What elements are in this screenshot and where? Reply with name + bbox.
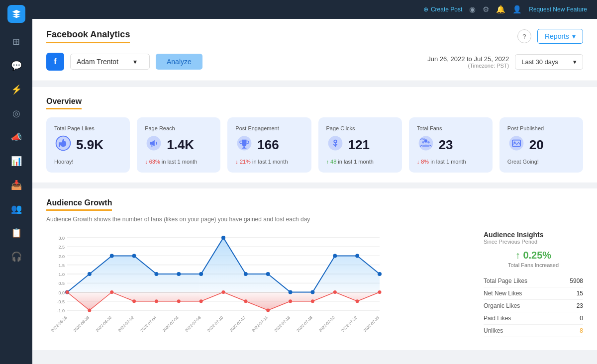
metric-footer: Great Going! — [507, 159, 575, 165]
facebook-badge: f — [46, 53, 64, 71]
timezone-text: (Timezone: PST) — [427, 63, 509, 69]
chart-point — [266, 309, 270, 312]
metric-icon — [417, 134, 435, 156]
metric-value-row: 1.4K — [145, 134, 212, 156]
metric-icon — [507, 134, 525, 156]
svg-point-9 — [424, 139, 427, 142]
reports-button[interactable]: Reports ▾ — [537, 29, 583, 44]
svg-rect-5 — [242, 148, 247, 149]
main-content: ⊕ Create Post ◉ ⚙ 🔔 👤 Request New Featur… — [32, 0, 597, 364]
svg-rect-4 — [244, 146, 246, 148]
metric-card-post-engagement: Post Engagement 166 ↓ 21% in last 1 mont… — [227, 117, 311, 173]
insights-row-value: 23 — [577, 302, 583, 309]
metric-value: 23 — [439, 137, 453, 153]
account-selector[interactable]: Adam Trentot ▾ — [70, 54, 150, 70]
account-name: Adam Trentot — [77, 58, 118, 66]
chart-point — [66, 290, 69, 294]
circle-icon[interactable]: ◉ — [469, 5, 476, 14]
svg-text:1.5: 1.5 — [58, 263, 65, 268]
insights-subtitle: Since Previous Period — [484, 239, 583, 245]
svg-text:2022-06-26: 2022-06-26 — [50, 315, 68, 333]
svg-text:3.0: 3.0 — [58, 236, 65, 241]
svg-point-8 — [418, 136, 433, 151]
metric-card-total-page-likes: Total Page Likes 5.9K Hooray! — [46, 117, 130, 173]
overview-title: Overview — [46, 97, 82, 109]
bell-icon[interactable]: 🔔 — [496, 5, 505, 14]
insights-rows: Total Page Likes5908Net New Likes15Organ… — [484, 275, 583, 337]
metric-value-row: 23 — [417, 134, 485, 156]
analyze-button[interactable]: Analyze — [156, 54, 202, 70]
sidebar-item-reports[interactable]: 📊 — [6, 151, 26, 171]
overview-section: Overview Total Page Likes 5.9K Hooray! P… — [32, 87, 597, 182]
metric-card-post-published: Post Published 20 Great Going! — [499, 117, 583, 173]
insights-row-label: Organic Likes — [484, 302, 520, 309]
chart-point — [199, 272, 203, 276]
sidebar-item-monitor[interactable]: ◎ — [6, 103, 26, 123]
request-feature-link[interactable]: Request New Feature — [529, 6, 587, 13]
create-post-button[interactable]: ⊕ Create Post — [423, 6, 462, 13]
insights-fans-label: Total Fans Increased — [484, 262, 583, 268]
insights-row-value: 15 — [577, 290, 583, 297]
chart-point — [132, 299, 136, 303]
chart-area: 3.0 2.5 2.0 1.5 1.0 0.5 0.0 -0.5 -1.0 20… — [46, 231, 474, 342]
sidebar-item-analytics[interactable]: ⚡ — [6, 80, 26, 99]
metric-label: Total Page Likes — [54, 125, 122, 131]
metric-footer: ↑ 48 in last 1 month — [326, 159, 394, 165]
audience-chart-svg: 3.0 2.5 2.0 1.5 1.0 0.5 0.0 -0.5 -1.0 20… — [46, 231, 385, 340]
chart-point — [310, 290, 314, 294]
metric-value: 1.4K — [167, 137, 194, 153]
svg-text:2022-07-08: 2022-07-08 — [184, 315, 202, 333]
svg-text:2022-07-16: 2022-07-16 — [274, 315, 292, 333]
left-controls: f Adam Trentot ▾ Analyze — [46, 53, 202, 71]
growth-content: 3.0 2.5 2.0 1.5 1.0 0.5 0.0 -0.5 -1.0 20… — [46, 231, 583, 342]
chevron-down-icon: ▾ — [573, 58, 577, 66]
plus-circle-icon: ⊕ — [423, 6, 428, 13]
sidebar-item-audience[interactable]: 👥 — [6, 199, 26, 219]
gear-icon[interactable]: ⚙ — [483, 5, 489, 14]
insights-row: Paid Likes0 — [484, 312, 583, 325]
chart-point — [333, 290, 337, 294]
chart-point — [177, 299, 181, 303]
svg-text:2022-07-04: 2022-07-04 — [140, 315, 158, 333]
insights-row-label: Unlikes — [484, 327, 503, 334]
insights-row: Organic Likes23 — [484, 300, 583, 312]
date-range: Jun 26, 2022 to Jul 25, 2022 (Timezone: … — [427, 55, 509, 69]
insights-row-label: Net New Likes — [484, 290, 522, 297]
metric-icon — [326, 134, 344, 156]
period-selector[interactable]: Last 30 days ▾ — [515, 54, 583, 70]
chart-point — [333, 254, 337, 258]
sidebar-item-dashboard[interactable]: ⊞ — [6, 32, 26, 52]
svg-text:2.0: 2.0 — [58, 254, 65, 259]
metrics-grid: Total Page Likes 5.9K Hooray! Page Reach… — [46, 117, 583, 173]
sidebar-item-messages[interactable]: 💬 — [6, 56, 26, 76]
metric-value-row: 20 — [507, 134, 575, 156]
svg-text:2022-07-18: 2022-07-18 — [296, 315, 314, 333]
metric-value: 5.9K — [76, 137, 103, 153]
sidebar-item-support[interactable]: 🎧 — [6, 247, 26, 267]
analytics-section: Facebook Analytics ? Reports ▾ f Adam Tr… — [32, 19, 597, 81]
metric-footer: ↓ 8% in last 1 month — [417, 159, 485, 165]
content-area: Facebook Analytics ? Reports ▾ f Adam Tr… — [32, 19, 597, 364]
metric-label: Page Clicks — [326, 125, 394, 131]
growth-title: Audience Growth — [46, 198, 112, 211]
metric-value: 20 — [529, 137, 544, 153]
chart-point — [289, 299, 292, 303]
insights-row-value: 0 — [580, 315, 583, 322]
chart-point — [88, 309, 91, 312]
date-range-text: Jun 26, 2022 to Jul 25, 2022 — [427, 55, 509, 63]
sidebar-item-publish[interactable]: 📥 — [6, 175, 26, 195]
chart-point — [355, 254, 359, 258]
sidebar: ⊞ 💬 ⚡ ◎ 📣 📊 📥 👥 📋 🎧 — [0, 0, 32, 364]
sidebar-item-campaigns[interactable]: 📣 — [6, 127, 26, 147]
svg-text:2022-07-20: 2022-07-20 — [318, 315, 336, 333]
metric-value-row: 166 — [235, 134, 303, 156]
metric-icon — [145, 134, 163, 156]
app-logo[interactable] — [7, 5, 25, 23]
sidebar-item-content[interactable]: 📋 — [6, 223, 26, 243]
metric-label: Total Fans — [417, 125, 485, 131]
help-button[interactable]: ? — [517, 29, 531, 43]
period-label: Last 30 days — [521, 58, 558, 66]
chevron-down-icon: ▾ — [133, 58, 137, 66]
user-icon[interactable]: 👤 — [512, 5, 522, 14]
chart-point — [356, 299, 359, 303]
